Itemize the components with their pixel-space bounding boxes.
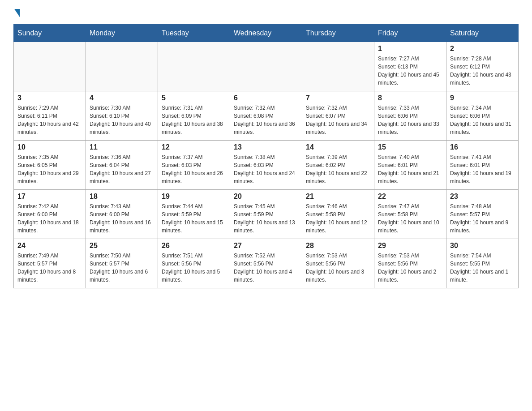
page-header — [13, 9, 519, 17]
calendar-cell: 8Sunrise: 7:33 AM Sunset: 6:06 PM Daylig… — [374, 91, 446, 141]
calendar-cell: 25Sunrise: 7:50 AM Sunset: 5:57 PM Dayli… — [86, 239, 158, 288]
logo-arrow-icon — [14, 9, 20, 17]
calendar-cell: 2Sunrise: 7:28 AM Sunset: 6:12 PM Daylig… — [446, 42, 519, 91]
day-info: Sunrise: 7:35 AM Sunset: 6:05 PM Dayligh… — [17, 153, 82, 185]
day-info: Sunrise: 7:45 AM Sunset: 5:59 PM Dayligh… — [234, 202, 298, 235]
calendar-cell — [230, 42, 302, 91]
day-info: Sunrise: 7:46 AM Sunset: 5:58 PM Dayligh… — [306, 202, 370, 235]
calendar-cell: 21Sunrise: 7:46 AM Sunset: 5:58 PM Dayli… — [302, 190, 374, 239]
day-info: Sunrise: 7:33 AM Sunset: 6:06 PM Dayligh… — [378, 104, 442, 136]
calendar-cell — [158, 42, 230, 91]
day-info: Sunrise: 7:41 AM Sunset: 6:01 PM Dayligh… — [450, 153, 515, 185]
calendar-week-3: 10Sunrise: 7:35 AM Sunset: 6:05 PM Dayli… — [14, 141, 519, 190]
day-info: Sunrise: 7:27 AM Sunset: 6:13 PM Dayligh… — [378, 55, 442, 87]
day-number: 15 — [378, 143, 442, 151]
day-number: 5 — [162, 94, 226, 102]
day-number: 4 — [90, 94, 154, 102]
calendar-cell: 9Sunrise: 7:34 AM Sunset: 6:06 PM Daylig… — [446, 91, 519, 141]
day-info: Sunrise: 7:51 AM Sunset: 5:56 PM Dayligh… — [162, 252, 226, 284]
day-number: 6 — [234, 94, 298, 102]
day-info: Sunrise: 7:47 AM Sunset: 5:58 PM Dayligh… — [378, 202, 442, 235]
day-number: 28 — [306, 242, 370, 250]
day-info: Sunrise: 7:42 AM Sunset: 6:00 PM Dayligh… — [17, 202, 82, 235]
calendar-cell: 6Sunrise: 7:32 AM Sunset: 6:08 PM Daylig… — [230, 91, 302, 141]
calendar-table: SundayMondayTuesdayWednesdayThursdayFrid… — [13, 24, 519, 288]
day-number: 17 — [17, 193, 82, 201]
day-info: Sunrise: 7:52 AM Sunset: 5:56 PM Dayligh… — [234, 252, 298, 284]
day-info: Sunrise: 7:38 AM Sunset: 6:03 PM Dayligh… — [234, 153, 298, 185]
day-number: 10 — [17, 143, 82, 151]
day-info: Sunrise: 7:43 AM Sunset: 6:00 PM Dayligh… — [90, 202, 154, 235]
calendar-cell: 3Sunrise: 7:29 AM Sunset: 6:11 PM Daylig… — [14, 91, 86, 141]
day-info: Sunrise: 7:40 AM Sunset: 6:01 PM Dayligh… — [378, 153, 442, 185]
calendar-week-1: 1Sunrise: 7:27 AM Sunset: 6:13 PM Daylig… — [14, 42, 519, 91]
calendar-cell: 16Sunrise: 7:41 AM Sunset: 6:01 PM Dayli… — [446, 141, 519, 190]
day-number: 29 — [378, 242, 442, 250]
day-number: 18 — [90, 193, 154, 201]
day-info: Sunrise: 7:32 AM Sunset: 6:07 PM Dayligh… — [306, 104, 370, 136]
day-number: 14 — [306, 143, 370, 151]
day-number: 13 — [234, 143, 298, 151]
calendar-cell: 15Sunrise: 7:40 AM Sunset: 6:01 PM Dayli… — [374, 141, 446, 190]
day-number: 1 — [378, 45, 442, 53]
calendar-cell: 17Sunrise: 7:42 AM Sunset: 6:00 PM Dayli… — [14, 190, 86, 239]
calendar-cell: 12Sunrise: 7:37 AM Sunset: 6:03 PM Dayli… — [158, 141, 230, 190]
calendar-cell: 14Sunrise: 7:39 AM Sunset: 6:02 PM Dayli… — [302, 141, 374, 190]
weekday-header-wednesday: Wednesday — [230, 25, 302, 42]
day-info: Sunrise: 7:30 AM Sunset: 6:10 PM Dayligh… — [90, 104, 154, 136]
day-info: Sunrise: 7:34 AM Sunset: 6:06 PM Dayligh… — [450, 104, 515, 136]
calendar-cell: 4Sunrise: 7:30 AM Sunset: 6:10 PM Daylig… — [86, 91, 158, 141]
day-number: 2 — [450, 45, 515, 53]
day-info: Sunrise: 7:53 AM Sunset: 5:56 PM Dayligh… — [306, 252, 370, 284]
weekday-header-monday: Monday — [86, 25, 158, 42]
day-info: Sunrise: 7:54 AM Sunset: 5:55 PM Dayligh… — [450, 252, 515, 284]
calendar-cell: 24Sunrise: 7:49 AM Sunset: 5:57 PM Dayli… — [14, 239, 86, 288]
calendar-cell: 13Sunrise: 7:38 AM Sunset: 6:03 PM Dayli… — [230, 141, 302, 190]
day-info: Sunrise: 7:31 AM Sunset: 6:09 PM Dayligh… — [162, 104, 226, 136]
day-number: 23 — [450, 193, 515, 201]
weekday-header-sunday: Sunday — [14, 25, 86, 42]
calendar-cell: 27Sunrise: 7:52 AM Sunset: 5:56 PM Dayli… — [230, 239, 302, 288]
calendar-cell: 11Sunrise: 7:36 AM Sunset: 6:04 PM Dayli… — [86, 141, 158, 190]
weekday-header-friday: Friday — [374, 25, 446, 42]
calendar-cell: 23Sunrise: 7:48 AM Sunset: 5:57 PM Dayli… — [446, 190, 519, 239]
day-info: Sunrise: 7:49 AM Sunset: 5:57 PM Dayligh… — [17, 252, 82, 284]
weekday-header-thursday: Thursday — [302, 25, 374, 42]
calendar-week-2: 3Sunrise: 7:29 AM Sunset: 6:11 PM Daylig… — [14, 91, 519, 141]
calendar-cell: 19Sunrise: 7:44 AM Sunset: 5:59 PM Dayli… — [158, 190, 230, 239]
day-info: Sunrise: 7:50 AM Sunset: 5:57 PM Dayligh… — [90, 252, 154, 284]
weekday-header-tuesday: Tuesday — [158, 25, 230, 42]
calendar-header: SundayMondayTuesdayWednesdayThursdayFrid… — [14, 25, 519, 42]
day-info: Sunrise: 7:53 AM Sunset: 5:56 PM Dayligh… — [378, 252, 442, 284]
calendar-cell: 20Sunrise: 7:45 AM Sunset: 5:59 PM Dayli… — [230, 190, 302, 239]
calendar-cell — [14, 42, 86, 91]
day-info: Sunrise: 7:29 AM Sunset: 6:11 PM Dayligh… — [17, 104, 82, 136]
logo — [13, 9, 21, 17]
calendar-cell: 28Sunrise: 7:53 AM Sunset: 5:56 PM Dayli… — [302, 239, 374, 288]
day-number: 24 — [17, 242, 82, 250]
day-number: 16 — [450, 143, 515, 151]
day-number: 25 — [90, 242, 154, 250]
calendar-cell: 7Sunrise: 7:32 AM Sunset: 6:07 PM Daylig… — [302, 91, 374, 141]
calendar-cell: 18Sunrise: 7:43 AM Sunset: 6:00 PM Dayli… — [86, 190, 158, 239]
day-info: Sunrise: 7:39 AM Sunset: 6:02 PM Dayligh… — [306, 153, 370, 185]
calendar-cell: 29Sunrise: 7:53 AM Sunset: 5:56 PM Dayli… — [374, 239, 446, 288]
calendar-cell: 1Sunrise: 7:27 AM Sunset: 6:13 PM Daylig… — [374, 42, 446, 91]
day-info: Sunrise: 7:28 AM Sunset: 6:12 PM Dayligh… — [450, 55, 515, 87]
calendar-cell: 30Sunrise: 7:54 AM Sunset: 5:55 PM Dayli… — [446, 239, 519, 288]
day-number: 19 — [162, 193, 226, 201]
day-number: 8 — [378, 94, 442, 102]
day-info: Sunrise: 7:44 AM Sunset: 5:59 PM Dayligh… — [162, 202, 226, 235]
day-number: 20 — [234, 193, 298, 201]
day-number: 11 — [90, 143, 154, 151]
weekday-header-row: SundayMondayTuesdayWednesdayThursdayFrid… — [14, 25, 519, 42]
calendar-week-5: 24Sunrise: 7:49 AM Sunset: 5:57 PM Dayli… — [14, 239, 519, 288]
calendar-cell: 10Sunrise: 7:35 AM Sunset: 6:05 PM Dayli… — [14, 141, 86, 190]
calendar-cell — [302, 42, 374, 91]
day-number: 22 — [378, 193, 442, 201]
weekday-header-saturday: Saturday — [446, 25, 519, 42]
day-number: 3 — [17, 94, 82, 102]
calendar-cell: 5Sunrise: 7:31 AM Sunset: 6:09 PM Daylig… — [158, 91, 230, 141]
day-number: 27 — [234, 242, 298, 250]
day-info: Sunrise: 7:48 AM Sunset: 5:57 PM Dayligh… — [450, 202, 515, 235]
